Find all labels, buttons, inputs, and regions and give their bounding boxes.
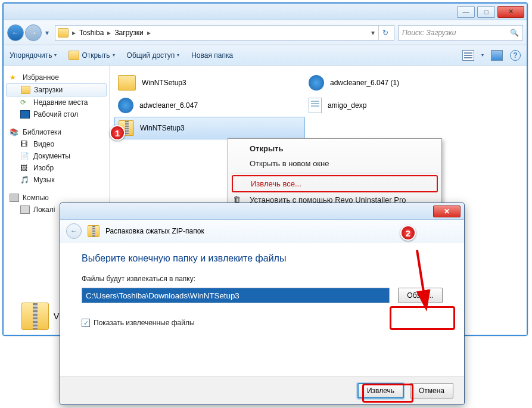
ctx-open[interactable]: Открыть [228,141,441,156]
tree-favorites[interactable]: ★Избранное [4,71,109,83]
computer-icon [10,194,19,202]
chevron-right-icon: ▸ [107,29,111,37]
annotation-marker-1: 1 [110,125,125,141]
app-icon [118,98,133,113]
dialog-close-button[interactable]: ✕ [433,205,461,217]
nav-history-dropdown[interactable]: ▾ [43,24,51,41]
new-folder-button[interactable]: Новая папка [191,51,233,60]
dialog-back-button[interactable]: ← [66,223,82,239]
tree-video[interactable]: 🎞Видео [4,138,109,150]
file-item[interactable]: adwcleaner_6.047 [114,94,305,117]
folder-icon [118,75,136,91]
tree-documents[interactable]: 📄Документы [4,150,109,162]
chevron-right-icon: ▸ [72,29,76,37]
open-button[interactable]: Открыть▾ [69,51,114,60]
svg-line-0 [417,250,426,307]
tree-music[interactable]: 🎵Музык [4,174,109,186]
tree-desktop[interactable]: Рабочий стол [4,108,109,120]
nav-forward-button[interactable]: → [25,24,42,41]
annotation-marker-2: 2 [400,225,416,241]
close-button[interactable]: ✕ [497,6,524,18]
chevron-down-icon[interactable]: ▾ [371,29,375,37]
search-input[interactable]: Поиск: Загрузки 🔍 [398,25,523,41]
view-mode-button[interactable] [462,50,474,61]
tree-downloads[interactable]: Загрузки [6,83,107,96]
file-item[interactable]: adwcleaner_6.047 (1) [305,71,478,94]
search-placeholder: Поиск: Загрузки [402,29,506,37]
breadcrumb-segment[interactable]: Toshiba [79,29,104,37]
recent-icon: ⟳ [20,98,30,107]
music-icon: 🎵 [20,176,30,184]
maximize-button[interactable]: □ [477,6,495,18]
video-icon: 🎞 [20,140,30,148]
disk-icon [20,205,30,214]
tree-libraries[interactable]: 📚Библиотеки [4,126,109,138]
star-icon: ★ [10,73,19,82]
explorer-toolbar: Упорядочить▾ Открыть▾ Общий доступ▾ Нова… [4,45,527,66]
tree-images[interactable]: 🖼Изобр [4,162,109,174]
ctx-extract-all[interactable]: Извлечь все... [232,175,438,192]
file-item[interactable]: WinNTSetup3 [114,71,305,94]
minimize-button[interactable]: — [457,6,475,18]
tree-computer[interactable]: Компью [4,192,109,204]
file-item[interactable]: amigo_dexp [305,94,478,117]
folder-open-icon [69,51,79,60]
show-files-checkbox[interactable]: ✓ [82,319,90,327]
image-icon: 🖼 [20,164,30,172]
nav-row: ← → ▾ ▸ Toshiba ▸ Загрузки ▸ ▾ ↻ Поиск: … [4,20,527,45]
extract-path-input[interactable] [82,288,390,303]
show-files-label: Показать извлеченные файлы [94,319,195,327]
folder-icon [58,28,69,38]
chevron-down-icon[interactable]: ▾ [481,52,484,58]
address-bar[interactable]: ▸ Toshiba ▸ Загрузки ▸ ▾ ↻ [55,25,394,41]
zip-icon [21,303,49,330]
nav-back-button[interactable]: ← [7,24,24,41]
tree-recent[interactable]: ⟳Недавние места [4,96,109,108]
library-icon: 📚 [10,128,19,136]
help-button[interactable]: ? [510,50,521,61]
dialog-header-text: Распаковка сжатых ZIP-папок [105,227,204,235]
dialog-titlebar: ✕ [60,203,464,220]
refresh-button[interactable]: ↻ [378,26,391,40]
organize-button[interactable]: Упорядочить▾ [10,51,57,60]
breadcrumb-segment[interactable]: Загрузки [114,29,143,37]
explorer-titlebar: — □ ✕ [4,4,527,20]
folder-icon [21,86,30,94]
search-icon: 🔍 [510,29,519,37]
text-file-icon [309,98,322,113]
chevron-right-icon: ▸ [147,29,151,37]
details-pane-filename: V [54,312,59,321]
details-pane-thumb: V [21,303,59,330]
annotation-highlight-browse [390,306,455,330]
ctx-open-new-window[interactable]: Открыть в новом окне [228,156,441,171]
file-item-selected[interactable]: WinNTSetup3 [114,117,305,139]
desktop-icon [20,110,30,119]
document-icon: 📄 [20,152,30,160]
preview-pane-button[interactable] [491,50,503,61]
app-icon [309,75,324,91]
annotation-highlight-extract [362,384,413,403]
cancel-button[interactable]: Отмена [410,383,453,398]
share-button[interactable]: Общий доступ▾ [127,51,180,60]
separator [231,173,439,173]
zip-icon [88,225,99,237]
